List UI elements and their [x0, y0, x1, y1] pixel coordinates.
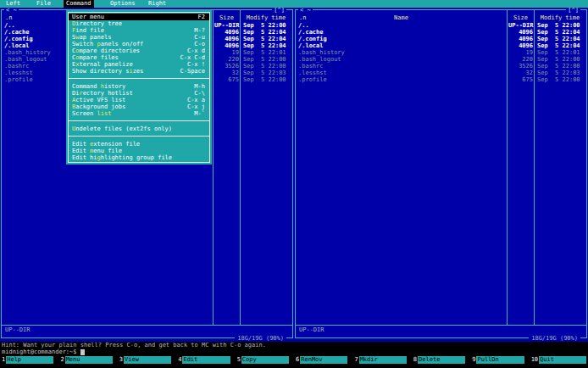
menu-shortcut: C-x !: [187, 61, 205, 68]
right-panel: < ~ [^] .n Name Size Modify time /..UP--…: [294, 8, 588, 342]
column-header-size[interactable]: Size: [214, 14, 240, 21]
menu-shortcut: C-x a: [187, 97, 205, 103]
menu-item-show-directory-sizes[interactable]: Show directory sizesC-Space: [66, 68, 212, 75]
menu-item-background-jobs[interactable]: Background jobsC-x j: [66, 103, 212, 110]
file-row-bash-logout[interactable]: .bash_logout220Sep 5 22:00: [296, 56, 586, 63]
menu-shortcut: C-x d: [187, 47, 205, 54]
fkey-label: Help: [6, 356, 53, 364]
menu-separator: [66, 132, 212, 141]
fkey-label: View: [124, 356, 171, 364]
fkey-3-view[interactable]: 3View: [118, 356, 176, 364]
menu-shortcut: C-x j: [187, 103, 205, 110]
history-back-icon[interactable]: <: [300, 7, 303, 14]
menu-shortcut: C-Space: [180, 68, 205, 75]
fkey-number: 2: [58, 356, 64, 364]
menu-item-directory-tree[interactable]: Directory tree: [66, 20, 212, 27]
fkey-1-help[interactable]: 1Help: [0, 356, 58, 364]
fkey-label: Menu: [65, 356, 113, 364]
menu-shortcut: C-u: [194, 34, 205, 41]
fkey-9-pulldn[interactable]: 9PullDn: [470, 356, 529, 364]
fkey-label: PullDn: [476, 356, 524, 364]
fkey-number: 1: [0, 356, 6, 364]
file-row-bash-history[interactable]: .bash_history19Sep 5 22:01: [296, 49, 586, 56]
file-row-[interactable]: /..UP--DIRSep 5 22:00: [296, 22, 586, 29]
column-header-size[interactable]: Size: [508, 14, 534, 21]
mini-status-divider: [296, 325, 586, 326]
fkey-label: Copy: [241, 356, 289, 364]
menu-item-edit-extension-file[interactable]: Edit extension file: [66, 141, 212, 148]
menu-separator: [66, 75, 212, 83]
fkey-label: Delete: [418, 356, 465, 364]
fkey-label: RenMov: [300, 356, 347, 364]
fkey-number: 6: [294, 356, 300, 364]
text-cursor: [80, 349, 85, 355]
menu-item-directory-hotlist[interactable]: Directory hotlistC-\: [66, 90, 212, 97]
shell-prompt: midnight@commander:~$: [2, 348, 77, 355]
menu-item-external-panelize[interactable]: External panelizeC-x !: [66, 61, 212, 68]
column-header-name[interactable]: Name: [296, 14, 507, 21]
right-panel-titlebar: < ~: [298, 7, 313, 14]
history-back-icon[interactable]: <: [6, 7, 9, 14]
file-list: /..UP--DIRSep 5 22:00/.cache4096Sep 5 22…: [296, 22, 586, 83]
function-key-bar: 1Help2Menu3View4Edit5Copy6RenMov7Mkdir8D…: [0, 356, 588, 368]
menu-shortcut: M-`: [194, 110, 205, 117]
file-row-cache[interactable]: /.cache4096Sep 5 22:04: [296, 29, 586, 36]
menu-shortcut: M-?: [194, 27, 205, 34]
menubar-item-left[interactable]: Left: [3, 0, 23, 8]
fkey-number: 4: [176, 356, 182, 364]
fkey-5-copy[interactable]: 5Copy: [236, 356, 294, 364]
mini-status-divider: [2, 325, 292, 326]
menu-item-compare-files[interactable]: Compare filesC-x C-d: [66, 54, 212, 61]
menu-item-user-menu[interactable]: User menuF2: [69, 14, 209, 20]
menubar-item-file[interactable]: File: [34, 0, 53, 8]
file-row-config[interactable]: /.config4096Sep 5 22:04: [296, 36, 586, 42]
fkey-number: 3: [118, 356, 124, 364]
up-directory-icon[interactable]: [^]: [272, 7, 286, 14]
left-panel-titlebar: < ~: [4, 7, 19, 14]
menu-item-undelete-files-ext2fs-only[interactable]: Undelete files (ext2fs only): [66, 125, 212, 132]
column-header-mtime[interactable]: Modify time: [240, 14, 292, 21]
menu-item-edit-highlighting-group-file[interactable]: Edit highlighting group file: [66, 154, 212, 161]
menu-shortcut: M-h: [194, 83, 205, 90]
file-row-lesshst[interactable]: .lesshst32Sep 5 22:03: [296, 70, 586, 76]
fkey-4-edit[interactable]: 4Edit: [176, 356, 235, 364]
fkey-2-menu[interactable]: 2Menu: [58, 356, 117, 364]
mini-status: UP--DIR: [299, 326, 325, 333]
fkey-label: Quit: [539, 356, 586, 364]
free-space-indicator: 18G/19G (90%): [235, 335, 286, 342]
menu-item-edit-menu-file[interactable]: Edit menu file: [66, 148, 212, 154]
fkey-label: Edit: [182, 356, 230, 364]
column-header-mtime[interactable]: Modify time: [534, 14, 586, 21]
fkey-number: 8: [412, 356, 418, 364]
fkey-number: 9: [470, 356, 476, 364]
menu-item-find-file[interactable]: Find fileM-?: [66, 27, 212, 34]
file-row-local[interactable]: /.local4096Sep 5 22:04: [296, 42, 586, 49]
fkey-6-renmov[interactable]: 6RenMov: [294, 356, 352, 364]
right-panel-path[interactable]: ~: [307, 7, 310, 14]
menu-item-active-vfs-list[interactable]: Active VFS listC-x a: [66, 97, 212, 103]
menu-separator: [66, 117, 212, 125]
fkey-10-quit[interactable]: 10Quit: [530, 356, 588, 364]
menu-item-compare-directories[interactable]: Compare directoriesC-x d: [66, 47, 212, 54]
menu-item-screen-list[interactable]: Screen listM-`: [66, 110, 212, 117]
file-row-profile[interactable]: .profile675Sep 5 22:00: [296, 76, 586, 83]
fkey-7-mkdir[interactable]: 7Mkdir: [352, 356, 411, 364]
mini-status: UP--DIR: [5, 326, 31, 333]
menubar-item-options[interactable]: Options: [108, 0, 138, 8]
menu-item-command-history[interactable]: Command historyM-h: [66, 83, 212, 90]
fkey-number: 10: [530, 356, 539, 364]
fkey-8-delete[interactable]: 8Delete: [412, 356, 470, 364]
menubar-item-command[interactable]: Command: [64, 0, 94, 8]
fkey-number: 5: [236, 356, 241, 364]
menu-item-swap-panels[interactable]: Swap panelsC-u: [66, 34, 212, 41]
menubar-item-right[interactable]: Right: [146, 0, 169, 8]
command-line[interactable]: midnight@commander:~$: [0, 348, 588, 356]
file-row-bashrc[interactable]: .bashrc3526Sep 5 22:00: [296, 63, 586, 70]
up-directory-icon[interactable]: [^]: [566, 7, 580, 14]
left-panel-path[interactable]: ~: [13, 7, 16, 14]
menu-item-switch-panels-on-off[interactable]: Switch panels on/offC-o: [66, 41, 212, 47]
menu-shortcut: C-x C-d: [180, 54, 205, 61]
menu-shortcut: C-o: [194, 41, 205, 47]
menu-shortcut: F2: [198, 14, 205, 20]
fkey-label: Mkdir: [359, 356, 407, 364]
